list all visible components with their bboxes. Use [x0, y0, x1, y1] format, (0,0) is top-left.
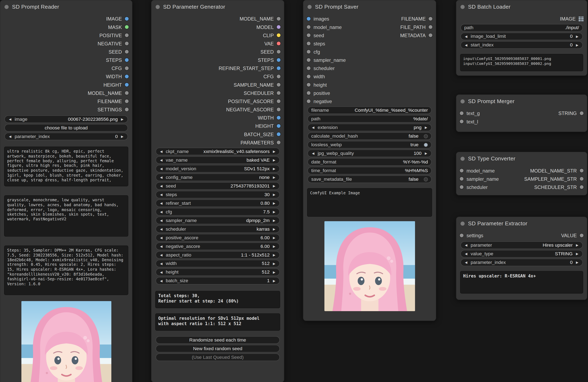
arrow-right-icon[interactable]: ▶ — [575, 35, 579, 38]
ckpt-name-widget[interactable]: ◀ckpt_namexxmix9realistic_v40.safetensor… — [156, 148, 280, 155]
arrow-left-icon[interactable]: ◀ — [159, 159, 163, 162]
output-port[interactable] — [277, 25, 280, 29]
output-port[interactable] — [125, 58, 129, 62]
arrow-left-icon[interactable]: ◀ — [159, 193, 163, 196]
value-type-widget[interactable]: ◀value_typeSTRING▶ — [461, 250, 583, 258]
output-port[interactable] — [125, 66, 129, 70]
output-port[interactable] — [580, 169, 584, 172]
node-titlebar[interactable]: SD Parameter Generator — [151, 0, 284, 13]
output-port[interactable] — [277, 91, 280, 95]
arrow-left-icon[interactable]: ◀ — [159, 262, 163, 265]
output-port[interactable] — [277, 33, 280, 37]
grid-output-port-icon[interactable] — [579, 16, 584, 21]
width-widget[interactable]: ◀width512▶ — [156, 260, 280, 267]
save-metadata-file-toggle[interactable]: save_metadata_filefalse — [308, 175, 432, 183]
toggle-indicator-icon[interactable] — [424, 134, 428, 138]
result-text-area[interactable]: Hires upscaler: R-ESRGAN 4x+ — [460, 271, 583, 294]
input-port[interactable] — [307, 91, 311, 95]
toggle-indicator-icon[interactable] — [424, 143, 428, 147]
input-port[interactable] — [307, 66, 311, 70]
arrow-left-icon[interactable]: ◀ — [159, 176, 163, 179]
output-port[interactable] — [125, 17, 129, 20]
arrow-right-icon[interactable]: ▶ — [575, 43, 579, 47]
arrow-right-icon[interactable]: ▶ — [272, 202, 276, 205]
input-port[interactable] — [460, 120, 463, 123]
collapse-dot-icon[interactable] — [461, 5, 464, 9]
output-port[interactable] — [125, 50, 129, 54]
input-port[interactable] — [307, 42, 311, 45]
output-port[interactable] — [580, 185, 584, 189]
seed-widget[interactable]: ◀seed275437785193201▶ — [156, 182, 280, 190]
arrow-right-icon[interactable]: ▶ — [272, 228, 276, 231]
output-port[interactable] — [429, 33, 432, 37]
input-port[interactable] — [307, 33, 311, 37]
start-index-widget[interactable]: ◀start_index0▶ — [461, 41, 583, 49]
output-port[interactable] — [277, 83, 280, 86]
output-port[interactable] — [429, 17, 432, 20]
arrow-left-icon[interactable]: ◀ — [159, 202, 163, 205]
collapse-dot-icon[interactable] — [461, 99, 464, 103]
cfg-widget[interactable]: ◀cfg7.5▶ — [156, 208, 280, 216]
output-port[interactable] — [277, 124, 280, 128]
scheduler-widget[interactable]: ◀schedulerkarras▶ — [156, 225, 280, 233]
arrow-right-icon[interactable]: ▶ — [424, 126, 428, 129]
use-last-seed-button[interactable]: (Use Last Queued Seed) — [156, 353, 280, 361]
jpg-webp-quality-widget[interactable]: ◀jpg_webp_quality100▶ — [308, 149, 432, 157]
parameter-index-widget[interactable]: ◀ parameter_index 0 ▶ — [4, 133, 128, 140]
randomize-seed-button[interactable]: Randomize seed each time — [156, 336, 280, 344]
arrow-left-icon[interactable]: ◀ — [159, 245, 163, 248]
node-titlebar[interactable]: SD Prompt Saver — [303, 0, 436, 13]
node-sd-type-converter[interactable]: SD Type Converter model_name MODEL_NAME_… — [456, 152, 588, 195]
total-steps-info[interactable]: Total steps: 30, Refiner start at step: … — [155, 291, 280, 308]
arrow-right-icon[interactable]: ▶ — [575, 261, 579, 264]
arrow-left-icon[interactable]: ◀ — [464, 243, 468, 247]
height-widget[interactable]: ◀height512▶ — [156, 268, 280, 276]
arrow-left-icon[interactable]: ◀ — [464, 261, 468, 264]
output-port[interactable] — [125, 100, 129, 103]
input-port[interactable] — [460, 169, 463, 172]
input-port[interactable] — [460, 185, 463, 189]
input-port[interactable] — [307, 50, 311, 54]
positive-ascore-widget[interactable]: ◀positive_ascore6.00▶ — [156, 234, 280, 241]
batch-size-widget[interactable]: ◀batch_size1▶ — [156, 277, 280, 285]
node-sd-parameter-generator[interactable]: SD Parameter Generator MODEL_NAME MODEL … — [151, 0, 284, 382]
output-port[interactable] — [125, 42, 129, 45]
arrow-left-icon[interactable]: ◀ — [311, 126, 315, 129]
date-format-widget[interactable]: date_format%Y-%m-%d — [308, 158, 432, 166]
arrow-left-icon[interactable]: ◀ — [8, 135, 12, 138]
output-port[interactable] — [277, 116, 280, 120]
output-port[interactable] — [277, 17, 280, 20]
output-port[interactable] — [277, 58, 280, 62]
node-titlebar[interactable]: SD Type Converter — [456, 152, 587, 165]
input-port[interactable] — [307, 83, 311, 86]
input-port[interactable] — [460, 177, 463, 181]
optimal-resolution-info[interactable]: Optimal resolution for SDv1 512px model … — [155, 313, 280, 331]
settings-textarea[interactable]: Steps: 35, Sampler: DPM++ 2M Karras, CFG… — [4, 246, 128, 295]
filename-widget[interactable]: filenameComfyUI_%time_%seed_%counter — [308, 106, 432, 114]
output-port[interactable] — [277, 108, 280, 111]
arrow-left-icon[interactable]: ◀ — [159, 253, 163, 257]
output-port[interactable] — [125, 75, 129, 78]
node-titlebar[interactable]: SD Batch Loader — [456, 0, 587, 13]
preview-text-area[interactable]: ComfyUI Example Image — [307, 188, 432, 217]
aspect-ratio-widget[interactable]: ◀aspect_ratio1:1 - 512x512▶ — [156, 251, 280, 259]
arrow-left-icon[interactable]: ◀ — [159, 279, 163, 282]
arrow-right-icon[interactable]: ▶ — [272, 184, 276, 188]
file-list-area[interactable]: input\ComfyUI_502959093085037_00001.png … — [460, 54, 583, 71]
node-titlebar[interactable]: SD Prompt Merger — [456, 95, 587, 108]
model-version-widget[interactable]: ◀model_versionSDv1 512px▶ — [156, 165, 280, 173]
node-sd-prompt-saver[interactable]: SD Prompt Saver images FILENAME model_na… — [303, 0, 436, 321]
arrow-right-icon[interactable]: ▶ — [272, 279, 276, 282]
node-sd-batch-loader[interactable]: SD Batch Loader IMAGE path./input/ ◀imag… — [456, 0, 588, 76]
output-port[interactable] — [125, 33, 129, 37]
output-port[interactable] — [580, 111, 584, 115]
arrow-right-icon[interactable]: ▶ — [272, 159, 276, 162]
parameter-index-widget[interactable]: ◀parameter_index0▶ — [461, 259, 583, 266]
output-port[interactable] — [125, 91, 129, 95]
image-load-limit-widget[interactable]: ◀image_load_limit0▶ — [461, 33, 583, 40]
arrow-left-icon[interactable]: ◀ — [159, 167, 163, 170]
output-port[interactable] — [429, 25, 432, 29]
arrow-right-icon[interactable]: ▶ — [575, 252, 579, 256]
collapse-dot-icon[interactable] — [156, 5, 160, 9]
output-port[interactable] — [125, 108, 129, 111]
